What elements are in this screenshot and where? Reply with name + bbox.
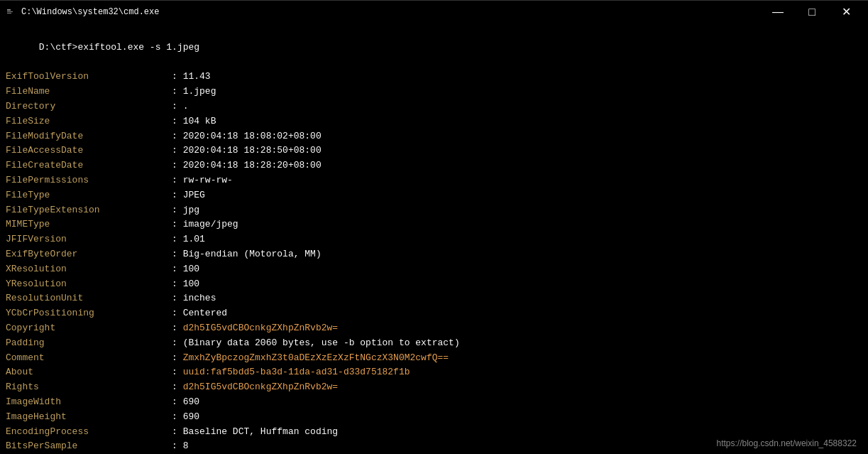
table-row: ExifToolVersion : 11.43	[6, 70, 862, 85]
field-key: FilePermissions	[6, 175, 172, 185]
svg-rect-2	[7, 11, 13, 12]
field-value: d2h5IG5vdCBOcnkgZXhpZnRvb2w=	[183, 382, 338, 392]
table-row: FilePermissions : rw-rw-rw-	[6, 173, 862, 188]
table-row: FileModifyDate : 2020:04:18 18:08:02+08:…	[6, 129, 862, 144]
field-value: 104 kB	[183, 116, 216, 126]
window-title: C:\Windows\system32\cmd.exe	[21, 7, 762, 17]
table-row: FileType : JPEG	[6, 188, 862, 203]
table-row: ImageHeight : 690	[6, 410, 862, 425]
fields-list: ExifToolVersion : 11.43FileName : 1.jpeg…	[6, 70, 862, 454]
field-value: rw-rw-rw-	[183, 175, 233, 185]
field-key: YCbCrPositioning	[6, 308, 172, 318]
maximize-button[interactable]: □	[796, 1, 828, 23]
table-row: Directory : .	[6, 99, 862, 114]
field-value: 1.01	[183, 234, 205, 244]
field-key: FileType	[6, 190, 172, 200]
table-row: JFIFVersion : 1.01	[6, 232, 862, 247]
minimize-button[interactable]: —	[762, 1, 794, 23]
table-row: FileAccessDate : 2020:04:18 18:28:50+08:…	[6, 144, 862, 158]
field-value: 2020:04:18 18:28:50+08:00	[183, 145, 322, 156]
field-key: Padding	[6, 337, 172, 348]
field-key: FileSize	[6, 116, 172, 126]
field-value: d2h5IG5vdCBOcnkgZXhpZnRvb2w=	[183, 323, 338, 333]
field-key: Rights	[6, 382, 172, 392]
field-value: 1.jpeg	[183, 86, 216, 97]
table-row: EncodingProcess : Baseline DCT, Huffman …	[6, 425, 862, 440]
svg-rect-3	[7, 13, 11, 13]
table-row: ImageWidth : 690	[6, 395, 862, 410]
field-value: Centered	[183, 308, 227, 318]
table-row: FileCreateDate : 2020:04:18 18:28:20+08:…	[6, 158, 862, 173]
field-key: ImageWidth	[6, 396, 172, 407]
field-value: image/jpeg	[183, 219, 238, 229]
table-row: Copyright : d2h5IG5vdCBOcnkgZXhpZnRvb2w=	[6, 321, 862, 336]
table-row: XResolution : 100	[6, 262, 862, 277]
field-key: Comment	[6, 352, 172, 363]
field-key: MIMEType	[6, 219, 172, 229]
window-controls: — □ ✕	[762, 1, 862, 23]
field-key: FileTypeExtension	[6, 205, 172, 215]
field-key: Copyright	[6, 323, 172, 333]
field-key: ExifByteOrder	[6, 249, 172, 259]
field-value: Big-endian (Motorola, MM)	[183, 249, 322, 259]
field-key: YResolution	[6, 279, 172, 289]
table-row: YResolution : 100	[6, 277, 862, 292]
field-key: FileCreateDate	[6, 160, 172, 171]
close-button[interactable]: ✕	[830, 1, 862, 23]
field-key: BitsPerSample	[6, 441, 172, 451]
watermark: https://blog.csdn.net/weixin_4588322	[717, 438, 857, 448]
field-value: Baseline DCT, Huffman coding	[183, 426, 338, 437]
field-key: FileAccessDate	[6, 145, 172, 156]
terminal-content: D:\ctf>exiftool.exe -s 1.jpeg ExifToolVe…	[0, 23, 868, 454]
table-row: FileName : 1.jpeg	[6, 85, 862, 99]
field-key: ImageHeight	[6, 411, 172, 422]
field-key: FileName	[6, 86, 172, 97]
field-key: XResolution	[6, 264, 172, 274]
table-row: ResolutionUnit : inches	[6, 291, 862, 306]
field-value: JPEG	[183, 190, 205, 200]
table-row: MIMEType : image/jpeg	[6, 217, 862, 232]
table-row: ExifByteOrder : Big-endian (Motorola, MM…	[6, 247, 862, 262]
cmd-icon	[6, 6, 17, 18]
svg-rect-1	[7, 9, 11, 11]
table-row: About : uuid:faf5bdd5-ba3d-11da-ad31-d33…	[6, 365, 862, 380]
table-row: Rights : d2h5IG5vdCBOcnkgZXhpZnRvb2w=	[6, 380, 862, 395]
field-key: ResolutionUnit	[6, 293, 172, 303]
cmd-window: C:\Windows\system32\cmd.exe — □ ✕ D:\ctf…	[0, 0, 868, 454]
field-key: About	[6, 367, 172, 377]
field-value: 8	[183, 441, 189, 451]
field-value: 2020:04:18 18:28:20+08:00	[183, 160, 322, 171]
table-row: FileSize : 104 kB	[6, 114, 862, 129]
field-value: 690	[183, 396, 199, 407]
field-key: EncodingProcess	[6, 426, 172, 437]
table-row: Padding : (Binary data 2060 bytes, use -…	[6, 336, 862, 351]
command-line: D:\ctf>exiftool.exe -s 1.jpeg	[6, 26, 862, 70]
field-value: .	[183, 101, 189, 112]
field-value: ZmxhZyBpczogZmxhZ3t0aDEzXzEzXzFtNGczX3N0…	[183, 352, 449, 363]
field-value: 690	[183, 411, 199, 422]
field-key: ExifToolVersion	[6, 71, 172, 82]
table-row: Comment : ZmxhZyBpczogZmxhZ3t0aDEzXzEzXz…	[6, 351, 862, 366]
table-row: FileTypeExtension : jpg	[6, 203, 862, 218]
field-value: (Binary data 2060 bytes, use -b option t…	[183, 337, 460, 348]
field-key: FileModifyDate	[6, 131, 172, 141]
field-value: inches	[183, 293, 216, 303]
field-value: uuid:faf5bdd5-ba3d-11da-ad31-d33d75182f1…	[183, 367, 410, 377]
field-value: 2020:04:18 18:08:02+08:00	[183, 131, 322, 141]
field-value: jpg	[183, 205, 199, 215]
field-value: 100	[183, 279, 199, 289]
table-row: YCbCrPositioning : Centered	[6, 306, 862, 321]
title-bar: C:\Windows\system32\cmd.exe — □ ✕	[0, 0, 868, 23]
field-value: 11.43	[183, 71, 211, 82]
field-key: Directory	[6, 101, 172, 112]
field-key: JFIFVersion	[6, 234, 172, 244]
field-value: 100	[183, 264, 199, 274]
